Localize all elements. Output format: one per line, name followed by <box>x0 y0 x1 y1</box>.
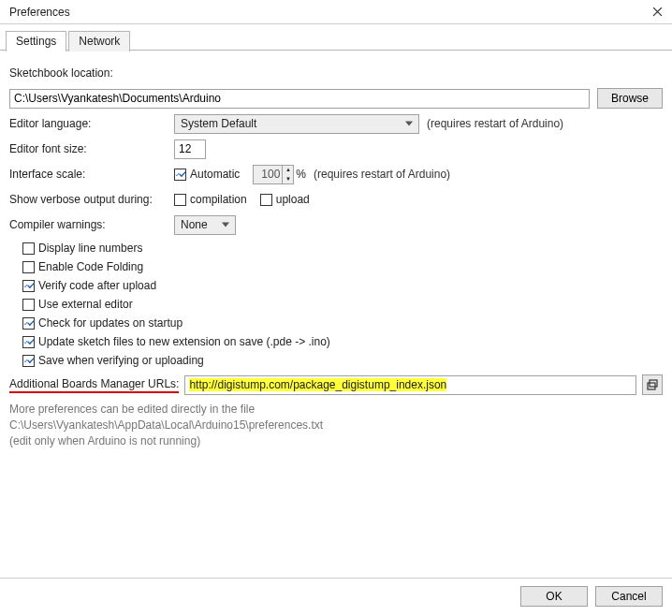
chevron-down-icon <box>222 223 229 227</box>
browse-button[interactable]: Browse <box>597 88 663 109</box>
upload-checkbox[interactable] <box>260 194 272 206</box>
editor-language-value: System Default <box>181 117 256 130</box>
line-numbers-checkbox[interactable] <box>22 242 35 255</box>
code-folding-label: Enable Code Folding <box>38 260 143 273</box>
automatic-scale-checkbox[interactable] <box>174 169 186 181</box>
more-prefs-note: More preferences can be edited directly … <box>9 403 663 416</box>
update-ext-label: Update sketch files to new extension on … <box>38 335 330 348</box>
code-folding-checkbox[interactable] <box>22 261 35 273</box>
editor-language-select[interactable]: System Default <box>174 114 419 134</box>
boards-urls-expand-button[interactable] <box>642 374 663 395</box>
edit-warning-note: (edit only when Arduino is not running) <box>9 434 663 447</box>
update-ext-checkbox[interactable] <box>22 336 35 348</box>
font-size-label: Editor font size: <box>9 142 174 155</box>
verify-upload-checkbox[interactable] <box>22 280 35 292</box>
close-button[interactable] <box>650 5 665 20</box>
window-title: Preferences <box>9 6 70 19</box>
boards-urls-input[interactable]: http://digistump.com/package_digistump_i… <box>184 375 636 395</box>
language-restart-note: (requires restart of Arduino) <box>427 117 563 130</box>
scale-restart-note: (requires restart of Arduino) <box>314 168 450 181</box>
compilation-checkbox[interactable] <box>174 194 186 206</box>
scale-value-input[interactable] <box>254 166 282 183</box>
verify-upload-label: Verify code after upload <box>38 279 156 292</box>
chevron-down-icon <box>405 122 413 126</box>
scale-spin-buttons[interactable]: ▲▼ <box>282 166 293 183</box>
window-icon <box>646 378 659 391</box>
external-editor-checkbox[interactable] <box>22 299 35 311</box>
compiler-warnings-value: None <box>181 218 208 231</box>
sketchbook-path-input[interactable] <box>9 89 590 109</box>
check-updates-label: Check for updates on startup <box>38 316 183 330</box>
boards-urls-label: Additional Boards Manager URLs: <box>9 377 179 393</box>
scale-spinbox[interactable]: ▲▼ <box>253 165 294 184</box>
compilation-label: compilation <box>190 193 247 206</box>
tab-settings[interactable]: Settings <box>6 31 66 51</box>
cancel-button[interactable]: Cancel <box>595 586 663 607</box>
save-verify-checkbox[interactable] <box>22 355 35 367</box>
compiler-warnings-label: Compiler warnings: <box>9 218 174 231</box>
upload-label: upload <box>276 193 310 206</box>
verbose-label: Show verbose output during: <box>9 193 174 206</box>
line-numbers-label: Display line numbers <box>38 242 142 255</box>
tab-network[interactable]: Network <box>68 31 130 51</box>
compiler-warnings-select[interactable]: None <box>174 215 236 235</box>
ok-button[interactable]: OK <box>520 586 588 607</box>
interface-scale-label: Interface scale: <box>9 168 174 181</box>
scale-percent-label: % <box>296 168 306 181</box>
prefs-file-path: C:\Users\Vyankatesh\AppData\Local\Arduin… <box>9 418 663 432</box>
check-updates-checkbox[interactable] <box>22 317 35 330</box>
close-icon <box>652 7 663 17</box>
automatic-scale-label: Automatic <box>190 168 240 181</box>
editor-language-label: Editor language: <box>9 117 174 130</box>
sketchbook-label: Sketchbook location: <box>9 66 113 80</box>
external-editor-label: Use external editor <box>38 298 133 311</box>
font-size-input[interactable] <box>174 139 206 159</box>
save-verify-label: Save when verifying or uploading <box>38 354 204 367</box>
boards-urls-value: http://digistump.com/package_digistump_i… <box>189 378 446 391</box>
